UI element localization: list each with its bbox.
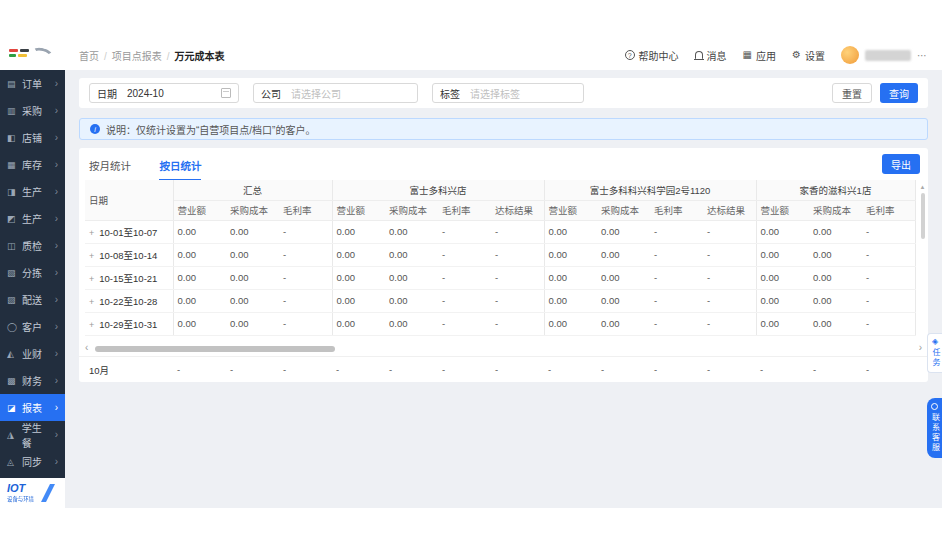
value-cell: 0.00 — [226, 243, 279, 266]
reports-icon: ◪ — [7, 403, 18, 413]
vertical-scroll-thumb[interactable] — [921, 193, 925, 239]
expand-icon[interactable]: + — [89, 228, 94, 238]
sidebar-item-quality-check[interactable]: ◫质检› — [0, 232, 65, 259]
report-table: 日期汇总富士多科兴店富士多科科兴科学园2号1120家香的滋科兴1店营业额采购成本… — [85, 180, 916, 336]
value-cell: 0.00 — [544, 243, 597, 266]
tab-daily-stats[interactable]: 按日统计 — [159, 158, 201, 181]
company-filter[interactable]: 公司 请选择公司 — [253, 83, 418, 103]
header-action-label: 帮助中心 — [639, 48, 679, 63]
value-cell: - — [438, 312, 491, 335]
info-text: 说明：仅统计设置为“自营项目点/档口”的客户。 — [106, 122, 315, 137]
column-header: 采购成本 — [385, 200, 438, 220]
sidebar-item-delivery[interactable]: ▨配送› — [0, 286, 65, 313]
logo-mark-red — [9, 49, 18, 52]
value-cell: - — [438, 289, 491, 312]
scroll-left-icon[interactable]: ‹ — [85, 343, 88, 353]
value-cell: - — [279, 243, 332, 266]
sidebar-menu: ▤订单›▥采购›◧店铺›▦库存›◨生产›◩生产›◫质检›▧分拣›▨配送›◯客户›… — [0, 70, 65, 475]
sidebar-item-reports[interactable]: ◪报表› — [0, 394, 65, 421]
sidebar-item-finance[interactable]: ▩财务› — [0, 367, 65, 394]
date-filter-value: 2024-10 — [127, 88, 164, 99]
value-cell: - — [650, 312, 703, 335]
sidebar-item-label: 订单 — [22, 76, 42, 91]
breadcrumb-home[interactable]: 首页 — [79, 51, 99, 62]
query-button[interactable]: 查询 — [880, 83, 918, 103]
chevron-right-icon: › — [55, 78, 58, 89]
sidebar-item-production-1[interactable]: ◨生产› — [0, 178, 65, 205]
breadcrumb-section[interactable]: 项目点报表 — [112, 51, 162, 62]
chevron-right-icon: › — [55, 456, 58, 467]
sidebar-item-biz-finance[interactable]: ◭业财› — [0, 340, 65, 367]
sidebar-item-label: 生产 — [22, 184, 42, 199]
value-cell: 0.00 — [173, 289, 226, 312]
value-cell: - — [438, 266, 491, 289]
sidebar-item-orders[interactable]: ▤订单› — [0, 70, 65, 97]
table-row: +10-29至10-310.000.00-0.000.00--0.000.00-… — [85, 312, 915, 335]
value-cell: 0.00 — [756, 312, 809, 335]
sidebar-item-sorting[interactable]: ▧分拣› — [0, 259, 65, 286]
value-cell: - — [862, 220, 915, 243]
value-cell: 0.00 — [756, 220, 809, 243]
avatar[interactable] — [841, 46, 859, 64]
sidebar-item-procurement[interactable]: ▥采购› — [0, 97, 65, 124]
date-range-cell: +10-01至10-07 — [85, 220, 173, 243]
help-circle-icon: ? — [625, 50, 635, 60]
value-cell: - — [703, 243, 756, 266]
header-action-label: 设置 — [805, 48, 825, 63]
horizontal-scrollbar[interactable]: ‹ › — [85, 345, 922, 354]
value-cell: - — [650, 266, 703, 289]
header-action-group: ?帮助中心消息▦应用⚙设置 — [625, 48, 825, 63]
expand-icon[interactable]: + — [89, 251, 94, 261]
value-cell: 0.00 — [809, 220, 862, 243]
header-action-label: 消息 — [707, 48, 727, 63]
user-menu[interactable]: ⋯ — [841, 46, 928, 64]
sidebar-item-inventory[interactable]: ▦库存› — [0, 151, 65, 178]
expand-icon[interactable]: + — [89, 274, 94, 284]
contact-support-button[interactable]: 联系客服 — [927, 398, 942, 458]
vertical-scrollbar[interactable]: ▲ — [918, 184, 927, 346]
reset-button[interactable]: 重置 — [832, 83, 872, 103]
summary-value-cell: - — [544, 357, 597, 382]
header-action-settings[interactable]: ⚙设置 — [792, 48, 825, 63]
summary-row: 10月-------------- — [79, 356, 928, 382]
value-cell: 0.00 — [385, 266, 438, 289]
tab-monthly-stats[interactable]: 按月统计 — [89, 158, 131, 179]
summary-date-cell: 10月 — [85, 357, 173, 382]
summary-value-cell: - — [332, 357, 385, 382]
expand-icon[interactable]: + — [89, 297, 94, 307]
more-icon[interactable]: ⋯ — [917, 50, 928, 61]
date-filter[interactable]: 日期 2024-10 — [89, 83, 239, 103]
header-action-message[interactable]: 消息 — [695, 48, 727, 63]
header-action-apps[interactable]: ▦应用 — [743, 48, 776, 63]
horizontal-scroll-thumb[interactable] — [95, 346, 335, 352]
company-filter-placeholder: 请选择公司 — [291, 86, 341, 101]
sidebar-item-shop[interactable]: ◧店铺› — [0, 124, 65, 151]
sidebar-item-sync[interactable]: ◬同步› — [0, 448, 65, 475]
sidebar-item-label: 生产 — [22, 211, 42, 226]
chevron-right-icon: › — [55, 348, 58, 359]
value-cell: - — [650, 289, 703, 312]
sidebar-item-label: 采购 — [22, 103, 42, 118]
sidebar-item-customers[interactable]: ◯客户› — [0, 313, 65, 340]
sidebar-item-label: 学生餐 — [22, 420, 51, 450]
expand-icon[interactable]: + — [89, 320, 94, 330]
task-float-button[interactable]: ◈ 任务 — [927, 333, 942, 373]
export-button[interactable]: 导出 — [882, 154, 920, 174]
column-header: 采购成本 — [809, 200, 862, 220]
value-cell: 0.00 — [809, 266, 862, 289]
headset-icon — [931, 403, 938, 410]
header-action-help[interactable]: ?帮助中心 — [625, 48, 679, 63]
tag-filter[interactable]: 标签 请选择标签 — [432, 83, 584, 103]
column-header-date: 日期 — [85, 180, 173, 220]
chevron-right-icon: › — [55, 213, 58, 224]
breadcrumb-separator: / — [104, 51, 107, 62]
date-range-cell: +10-29至10-31 — [85, 312, 173, 335]
value-cell: 0.00 — [226, 266, 279, 289]
value-cell: 0.00 — [332, 266, 385, 289]
value-cell: - — [703, 289, 756, 312]
value-cell: 0.00 — [597, 266, 650, 289]
scroll-up-icon[interactable]: ▲ — [918, 184, 927, 191]
production-icon: ◨ — [7, 187, 18, 197]
sidebar-item-production-2[interactable]: ◩生产› — [0, 205, 65, 232]
sidebar-item-student-meal[interactable]: ◮学生餐› — [0, 421, 65, 448]
